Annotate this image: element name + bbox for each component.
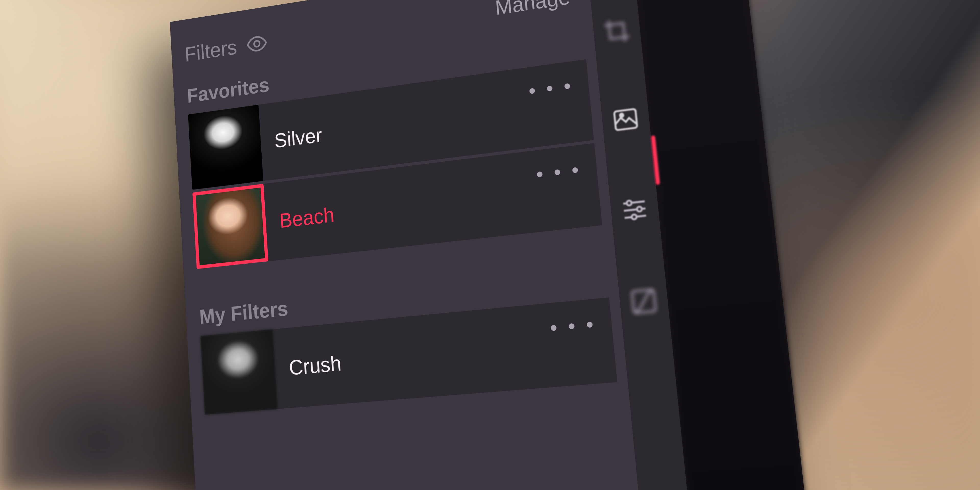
svg-point-5: [637, 207, 642, 212]
filter-thumbnail: [192, 184, 269, 269]
more-options-icon[interactable]: • • •: [549, 312, 597, 340]
svg-point-7: [632, 215, 637, 220]
panel-title: Filters: [184, 35, 238, 66]
filters-icon[interactable]: [610, 103, 641, 135]
manage-button[interactable]: Manage: [494, 0, 571, 20]
filter-thumbnail: [188, 105, 263, 189]
filter-thumbnail: [200, 329, 278, 415]
more-options-icon[interactable]: • • •: [528, 74, 574, 103]
device-frame: Filters Manage Favorites Silver • • •: [170, 0, 814, 490]
filter-label: Silver: [274, 123, 323, 153]
adjust-sliders-icon[interactable]: [619, 194, 650, 225]
visibility-eye-icon[interactable]: [245, 30, 269, 57]
curves-icon[interactable]: [628, 285, 660, 317]
svg-point-9: [254, 41, 259, 47]
svg-line-4: [624, 208, 646, 211]
filters-panel: Filters Manage Favorites Silver • • •: [170, 0, 648, 490]
filter-label: Beach: [279, 203, 335, 232]
svg-rect-0: [614, 109, 637, 130]
svg-point-1: [620, 114, 624, 117]
svg-point-3: [627, 200, 632, 206]
svg-line-2: [623, 201, 645, 204]
more-options-icon[interactable]: • • •: [535, 158, 582, 186]
crop-icon[interactable]: [601, 15, 632, 47]
filter-label: Crush: [288, 351, 342, 380]
svg-rect-8: [632, 290, 656, 313]
svg-line-6: [625, 216, 646, 218]
